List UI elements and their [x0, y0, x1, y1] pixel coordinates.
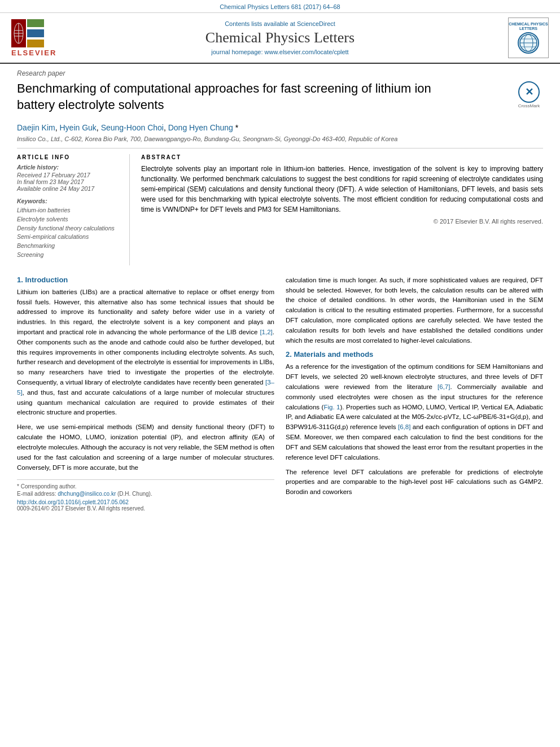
keyword-3: Density functional theory calculations	[17, 224, 123, 233]
elsevier-brand-text: ELSEVIER	[11, 49, 62, 57]
ref-fig1[interactable]: Fig. 1	[323, 404, 340, 410]
available-date: Available online 24 May 2017	[17, 185, 123, 192]
ref-6-7[interactable]: [6,7]	[438, 383, 450, 390]
paper-body: 1. Introduction Lithium ion batteries (L…	[17, 276, 543, 512]
final-form-date: In final form 23 May 2017	[17, 178, 123, 185]
article-info-column: ARTICLE INFO Article history: Received 1…	[17, 154, 130, 265]
keyword-6: Screening	[17, 251, 123, 260]
received-date: Received 17 February 2017	[17, 172, 123, 178]
crossmark-badge: ✕ CrossMark	[515, 81, 543, 109]
keywords-label: Keywords:	[17, 198, 123, 204]
journal-reference-text: Chemical Physics Letters 681 (2017) 64–6…	[220, 3, 340, 10]
abstract-column: ABSTRACT Electrolyte solvents play an im…	[141, 154, 543, 265]
article-history: Article history: Received 17 February 20…	[17, 164, 123, 192]
globe-icon	[518, 32, 539, 54]
keyword-2: Electrolyte solvents	[17, 215, 123, 224]
issn-line: 0009-2614/© 2017 Elsevier B.V. All right…	[17, 505, 274, 512]
author-hyein: Hyein Guk	[59, 123, 96, 132]
crossmark-icon: ✕	[518, 81, 540, 103]
intro-paragraph-1: Lithium ion batteries (LIBs) are a pract…	[17, 287, 274, 418]
crossmark-label: CrossMark	[518, 103, 540, 108]
methods-paragraph-1: As a reference for the investigation of …	[286, 362, 543, 462]
paper-type-label: Research paper	[17, 69, 543, 77]
journal-title: Chemical Physics Letters	[62, 29, 498, 46]
corresponding-author-note: * Corresponding author.	[17, 483, 274, 490]
abstract-body: Electrolyte solvents play an important r…	[141, 164, 543, 215]
email-label: E-mail address:	[17, 491, 56, 497]
journal-homepage-line: journal homepage: www.elsevier.com/locat…	[62, 49, 498, 55]
keyword-4: Semi-empirical calculations	[17, 233, 123, 242]
body-left-column: 1. Introduction Lithium ion batteries (L…	[17, 276, 274, 512]
keyword-5: Benchmarking	[17, 242, 123, 251]
author-seung: Seung-Hoon Choi	[101, 123, 164, 132]
ref-1-2[interactable]: [1,2]	[260, 329, 272, 335]
header-divider	[17, 148, 543, 148]
article-info-abstract-section: ARTICLE INFO Article history: Received 1…	[17, 154, 543, 265]
methods-section-title: 2. Materials and methods	[286, 350, 543, 359]
authors-line: Daejin Kim, Hyein Guk, Seung-Hoon Choi, …	[17, 123, 543, 132]
main-content: Research paper Benchmarking of computati…	[0, 64, 560, 523]
intro-paragraph-2: Here, we use semi-empirical methods (SEM…	[17, 422, 274, 473]
email-person: (D.H. Chung).	[117, 491, 152, 497]
journal-right-logo: CHEMICAL PHYSICS LETTERS	[498, 18, 549, 58]
journal-header: ELSEVIER Contents lists available at Sci…	[0, 13, 560, 64]
author-dong: Dong Hyen Chung	[168, 123, 233, 132]
sciencedirect-link-text[interactable]: ScienceDirect	[297, 20, 335, 27]
journal-center-header: Contents lists available at ScienceDirec…	[62, 20, 498, 55]
doi-line[interactable]: http://dx.doi.org/10.1016/j.cplett.2017.…	[17, 499, 274, 505]
email-line: E-mail address: dhchung@insilico.co.kr (…	[17, 491, 274, 497]
paper-title: Benchmarking of computational approaches…	[17, 81, 457, 113]
email-address[interactable]: dhchung@insilico.co.kr	[58, 491, 116, 497]
keywords-section: Keywords: Lithium-ion batteries Electrol…	[17, 198, 123, 260]
copyright-line: © 2017 Elsevier B.V. All rights reserved…	[141, 218, 543, 225]
homepage-link[interactable]: cplett	[334, 49, 348, 55]
author-daejin: Daejin Kim	[17, 123, 55, 132]
article-info-heading: ARTICLE INFO	[17, 154, 123, 160]
keyword-1: Lithium-ion batteries	[17, 206, 123, 215]
history-label: Article history:	[17, 164, 123, 171]
elsevier-logo: ELSEVIER	[11, 19, 62, 57]
ref-3-5[interactable]: [3–5]	[17, 379, 274, 396]
sciencedirect-line: Contents lists available at ScienceDirec…	[62, 20, 498, 27]
title-row: Benchmarking of computational approaches…	[17, 81, 543, 119]
journal-reference-bar: Chemical Physics Letters 681 (2017) 64–6…	[0, 0, 560, 13]
methods-paragraph-2: The reference level DFT calculations are…	[286, 468, 543, 497]
logo-box-title: CHEMICAL PHYSICS LETTERS	[509, 22, 548, 30]
abstract-heading: ABSTRACT	[141, 154, 543, 160]
footnote-area: * Corresponding author. E-mail address: …	[17, 479, 274, 497]
intro-section-title: 1. Introduction	[17, 276, 274, 284]
journal-logo-box: CHEMICAL PHYSICS LETTERS	[508, 18, 549, 58]
ref-6-8[interactable]: [6,8]	[398, 423, 410, 430]
intro-col2-paragraph-1: calculation time is much longer. As such…	[286, 276, 543, 346]
body-right-column: calculation time is much longer. As such…	[286, 276, 543, 512]
affiliation-line: Insilico Co., Ltd., C-602, Korea Bio Par…	[17, 136, 543, 142]
